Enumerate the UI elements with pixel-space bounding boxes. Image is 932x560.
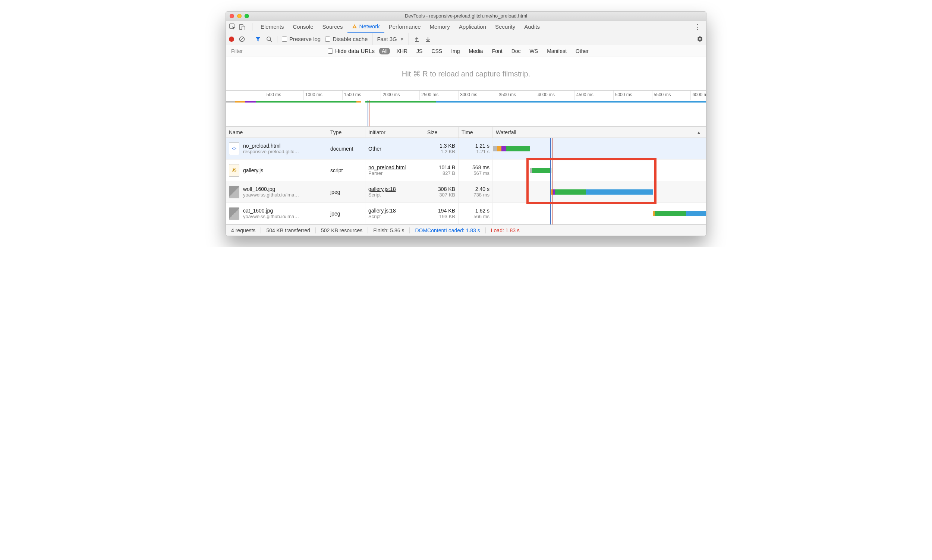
html-file-icon: <> xyxy=(229,142,239,155)
filter-input[interactable] xyxy=(229,47,318,55)
more-menu-icon[interactable]: ⋮ xyxy=(692,23,703,31)
size-transfer: 308 KB xyxy=(438,186,455,192)
cell-type: jpeg xyxy=(327,203,365,224)
time-total: 568 ms xyxy=(472,165,489,171)
cell-waterfall[interactable] xyxy=(493,160,706,181)
table-row[interactable]: cat_1600.jpgyoavweiss.github.io/ima…jpeg… xyxy=(226,203,706,225)
resource-name: wolf_1600.jpg xyxy=(243,186,324,192)
upload-har-icon[interactable] xyxy=(414,36,420,43)
separator xyxy=(323,48,323,54)
clear-button[interactable] xyxy=(238,36,245,43)
ruler-tick: 1500 ms xyxy=(342,91,343,100)
filter-type-js[interactable]: JS xyxy=(414,48,425,54)
ruler-tick: 6000 ms xyxy=(691,91,691,100)
throttling-select[interactable]: Fast 3G ▼ xyxy=(372,33,409,45)
waterfall-segment xyxy=(532,168,551,173)
ruler-tick: 5000 ms xyxy=(613,91,614,100)
status-domcontentloaded: DOMContentLoaded: 1.83 s xyxy=(410,228,485,233)
col-size[interactable]: Size xyxy=(424,127,458,138)
tab-label: Sources xyxy=(323,23,343,30)
tab-label: Application xyxy=(459,23,486,30)
tab-network[interactable]: Network xyxy=(348,20,384,33)
cell-waterfall[interactable] xyxy=(493,138,706,159)
device-toolbar-icon[interactable] xyxy=(238,23,246,31)
initiator-link[interactable]: gallery.js:18 xyxy=(368,208,421,214)
search-icon[interactable] xyxy=(266,36,272,43)
preserve-log-input[interactable] xyxy=(282,37,287,42)
filter-type-other[interactable]: Other xyxy=(573,48,591,54)
initiator-link[interactable]: no_preload.html xyxy=(368,165,421,171)
tab-elements[interactable]: Elements xyxy=(256,20,289,33)
ruler-tick: 3500 ms xyxy=(497,91,497,100)
ruler-tick-label: 1000 ms xyxy=(305,92,323,97)
tab-security[interactable]: Security xyxy=(491,20,520,33)
inspect-element-icon[interactable] xyxy=(229,23,236,31)
col-time[interactable]: Time xyxy=(458,127,493,138)
filter-type-ws[interactable]: WS xyxy=(527,48,541,54)
separator xyxy=(252,23,252,31)
resource-name: cat_1600.jpg xyxy=(243,208,324,214)
disable-cache-label: Disable cache xyxy=(332,36,368,42)
size-resource: 307 KB xyxy=(439,192,455,198)
separator xyxy=(436,36,436,43)
disable-cache-input[interactable] xyxy=(325,37,330,42)
settings-icon[interactable] xyxy=(697,36,703,42)
overview-segment xyxy=(256,101,358,103)
hide-data-urls-checkbox[interactable]: Hide data URLs xyxy=(328,48,375,54)
timeline-ruler: 500 ms1000 ms1500 ms2000 ms2500 ms3000 m… xyxy=(226,91,706,100)
download-har-icon[interactable] xyxy=(424,36,431,43)
svg-rect-4 xyxy=(354,27,355,28)
ruler-tick-label: 4000 ms xyxy=(538,92,555,97)
table-row[interactable]: JSgallery.jsscriptno_preload.htmlParser1… xyxy=(226,160,706,181)
filter-type-font[interactable]: Font xyxy=(489,48,505,54)
ruler-tick: 3000 ms xyxy=(458,91,458,100)
waterfall-segment xyxy=(686,211,706,216)
initiator-link[interactable]: gallery.js:18 xyxy=(368,186,421,192)
record-button[interactable] xyxy=(229,37,234,42)
tab-label: Audits xyxy=(524,23,540,30)
cell-waterfall[interactable] xyxy=(493,181,706,202)
col-waterfall[interactable]: Waterfall▲ xyxy=(493,127,706,138)
tab-performance[interactable]: Performance xyxy=(384,20,425,33)
ruler-tick: 5500 ms xyxy=(652,91,652,100)
table-body: <>no_preload.htmlresponsive-preload.glit… xyxy=(226,138,706,225)
disable-cache-checkbox[interactable]: Disable cache xyxy=(325,36,368,42)
cell-type: document xyxy=(327,138,365,159)
cell-waterfall[interactable] xyxy=(493,203,706,224)
tab-audits[interactable]: Audits xyxy=(520,20,544,33)
status-requests: 4 requests xyxy=(226,228,261,233)
ruler-tick-label: 5500 ms xyxy=(654,92,671,97)
table-row[interactable]: <>no_preload.htmlresponsive-preload.glit… xyxy=(226,138,706,160)
overview-segment xyxy=(226,101,235,103)
tab-application[interactable]: Application xyxy=(454,20,491,33)
tab-memory[interactable]: Memory xyxy=(425,20,454,33)
filmstrip-hint: Hit ⌘ R to reload and capture filmstrip. xyxy=(226,57,706,91)
hide-data-urls-input[interactable] xyxy=(328,48,333,54)
filter-type-all[interactable]: All xyxy=(379,48,390,54)
size-resource: 827 B xyxy=(443,171,455,176)
table-row[interactable]: wolf_1600.jpgyoavweiss.github.io/ima…jpe… xyxy=(226,181,706,203)
filter-type-xhr[interactable]: XHR xyxy=(394,48,410,54)
resource-domain: responsive-preload.glitc… xyxy=(243,149,324,154)
time-total: 1.21 s xyxy=(475,143,489,149)
filter-type-img[interactable]: Img xyxy=(449,48,462,54)
preserve-log-checkbox[interactable]: Preserve log xyxy=(282,36,321,42)
filter-type-css[interactable]: CSS xyxy=(429,48,445,54)
initiator-type: Parser xyxy=(368,171,421,176)
col-name[interactable]: Name xyxy=(226,127,327,138)
ruler-tick: 4000 ms xyxy=(536,91,536,100)
filter-type-media[interactable]: Media xyxy=(466,48,486,54)
col-type[interactable]: Type xyxy=(327,127,365,138)
tab-console[interactable]: Console xyxy=(289,20,318,33)
tab-label: Performance xyxy=(389,23,421,30)
time-total: 2.40 s xyxy=(475,186,489,192)
ruler-tick: 2000 ms xyxy=(381,91,381,100)
filter-icon[interactable] xyxy=(255,36,261,43)
timeline-overview[interactable]: 500 ms1000 ms1500 ms2000 ms2500 ms3000 m… xyxy=(226,91,706,127)
filter-type-manifest[interactable]: Manifest xyxy=(544,48,569,54)
tab-sources[interactable]: Sources xyxy=(318,20,348,33)
filter-type-doc[interactable]: Doc xyxy=(509,48,523,54)
col-initiator[interactable]: Initiator xyxy=(365,127,424,138)
table-header: Name Type Initiator Size Time Waterfall▲ xyxy=(226,127,706,138)
svg-rect-2 xyxy=(242,26,245,30)
